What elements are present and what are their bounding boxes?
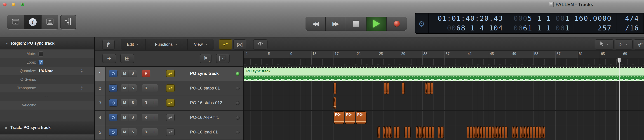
automation-mode-button[interactable]	[166, 99, 175, 107]
midi-note-region[interactable]	[438, 126, 441, 139]
midi-note-region[interactable]	[397, 126, 400, 139]
filter-button[interactable]	[253, 39, 268, 50]
record-enable-button[interactable]: R	[142, 70, 150, 77]
midi-note-region[interactable]	[430, 82, 433, 95]
zoom-button[interactable]: +	[21, 3, 24, 6]
scissors-tool-button[interactable]: ✂	[634, 39, 644, 50]
play-button[interactable]	[366, 17, 387, 31]
midi-note-region[interactable]	[539, 126, 542, 139]
functions-menu[interactable]: Functions▼	[146, 39, 188, 50]
minimize-button[interactable]: −	[12, 3, 15, 6]
solo-button[interactable]: S	[129, 99, 137, 107]
automation-toggle-button[interactable]	[219, 39, 232, 50]
midi-note-region[interactable]	[526, 126, 529, 139]
arrange-timeline[interactable]: PO sync trackPO-PO-PO-	[244, 67, 644, 140]
lcd-settings-section[interactable]: ⚙	[415, 13, 428, 33]
midi-note-region[interactable]	[383, 126, 386, 139]
midi-note-region[interactable]	[386, 126, 389, 139]
forward-button[interactable]: ▶▶	[326, 17, 346, 31]
midi-region[interactable]: PO-	[334, 111, 344, 124]
region-parameters-header[interactable]: ▼ Region: PO sync track	[0, 38, 94, 49]
flag-button[interactable]: ⚑ ▼	[200, 54, 212, 63]
solo-button[interactable]: S	[129, 114, 137, 121]
mute-button[interactable]: M	[121, 114, 129, 121]
midi-note-region[interactable]	[489, 126, 492, 139]
midi-note-region[interactable]	[408, 126, 410, 139]
track-on-off-button[interactable]	[109, 70, 118, 77]
flex-toggle-button[interactable]: ⋈	[233, 39, 246, 50]
rewind-button[interactable]: ◀◀	[306, 17, 326, 31]
inspector-value[interactable]: 1/4 Note	[38, 69, 53, 73]
lcd-tempo-section[interactable]: 160.0000 257	[573, 13, 616, 33]
mute-button[interactable]: M	[121, 128, 129, 136]
duplicate-track-button[interactable]: ⊞	[120, 54, 134, 63]
add-track-button[interactable]: +	[102, 54, 116, 63]
input-monitor-button[interactable]: I	[150, 99, 158, 107]
lcd-locators-section[interactable]: 0005 1 1 001 0061 1 1 001	[506, 13, 573, 33]
midi-note-region[interactable]	[428, 126, 431, 139]
midi-note-region[interactable]	[389, 126, 392, 139]
midi-note-region[interactable]	[504, 126, 508, 139]
track-header-row[interactable]: MSRIPO-16 lead 01	[106, 125, 243, 140]
midi-note-region[interactable]	[470, 126, 473, 139]
midi-note-region[interactable]	[419, 126, 422, 139]
solo-button[interactable]: S	[129, 84, 137, 92]
midi-note-region[interactable]	[441, 126, 444, 139]
track-header-row[interactable]: MSRPO sync track	[106, 67, 243, 81]
inspector-value[interactable]: - -	[38, 95, 54, 99]
automation-mode-button[interactable]	[166, 84, 175, 92]
playhead-line[interactable]	[619, 58, 620, 140]
track-number-cell[interactable]: 1	[95, 67, 106, 81]
midi-note-region[interactable]	[386, 82, 389, 95]
midi-note-region[interactable]	[402, 82, 405, 95]
edit-menu[interactable]: Edit▼	[121, 39, 146, 50]
track-on-off-button[interactable]	[109, 84, 118, 92]
midi-note-region[interactable]	[515, 126, 518, 139]
midi-region[interactable]: PO-	[356, 111, 366, 124]
midi-note-region[interactable]	[532, 126, 536, 139]
track-name[interactable]: PO-16 lead 01	[190, 130, 218, 135]
track-header-row[interactable]: MSRIPO-16 stabs 01	[106, 81, 243, 96]
record-enable-button[interactable]: R	[142, 114, 150, 121]
midi-note-region[interactable]	[498, 126, 501, 139]
midi-note-region[interactable]	[530, 126, 532, 139]
midi-note-region[interactable]	[394, 126, 396, 139]
input-monitor-button[interactable]: I	[150, 84, 158, 92]
track-on-off-button[interactable]	[109, 114, 118, 121]
input-monitor-button[interactable]: I	[150, 128, 158, 136]
record-button[interactable]	[387, 17, 407, 31]
solo-button[interactable]: S	[129, 128, 137, 136]
midi-note-region[interactable]	[466, 126, 470, 139]
value-stepper[interactable]: ▴▾	[81, 85, 82, 90]
mute-button[interactable]: M	[121, 84, 129, 92]
mute-button[interactable]: M	[121, 70, 129, 77]
automation-mode-button[interactable]	[166, 114, 175, 121]
editor-area-button[interactable]	[42, 15, 58, 29]
midi-note-region[interactable]	[377, 126, 380, 139]
midi-note-region[interactable]	[523, 126, 526, 139]
secondary-tool-button[interactable]: > ▼	[614, 39, 633, 50]
track-number-cell[interactable]: 4	[95, 111, 106, 125]
lcd-signature-section[interactable]: 4/4 /16	[616, 13, 644, 33]
value-stepper[interactable]: ▴▾	[81, 68, 82, 73]
stop-button[interactable]	[346, 17, 366, 31]
midi-note-region[interactable]	[479, 126, 482, 139]
midi-note-region[interactable]	[486, 126, 488, 139]
record-enable-button[interactable]: R	[142, 99, 150, 107]
midi-region[interactable]: PO-	[344, 111, 356, 124]
input-monitor-button[interactable]: I	[150, 114, 158, 121]
mixer-button[interactable]	[60, 15, 76, 29]
record-enable-button[interactable]: R	[142, 84, 150, 92]
view-menu[interactable]: View▼	[188, 39, 214, 50]
midi-note-region[interactable]	[502, 126, 504, 139]
mute-button[interactable]: M	[121, 99, 129, 107]
primary-tool-button[interactable]: ▼	[595, 39, 614, 50]
midi-note-region[interactable]	[334, 82, 336, 95]
solo-button[interactable]: S	[129, 70, 137, 77]
hierarchy-up-button[interactable]: ↱	[102, 40, 115, 50]
midi-note-region[interactable]	[512, 126, 515, 139]
media-browser-button[interactable]	[7, 15, 24, 29]
track-number-cell[interactable]: 2	[95, 81, 106, 96]
midi-note-region[interactable]	[476, 126, 479, 139]
track-name[interactable]: PO-16 stabs 012	[190, 100, 222, 105]
